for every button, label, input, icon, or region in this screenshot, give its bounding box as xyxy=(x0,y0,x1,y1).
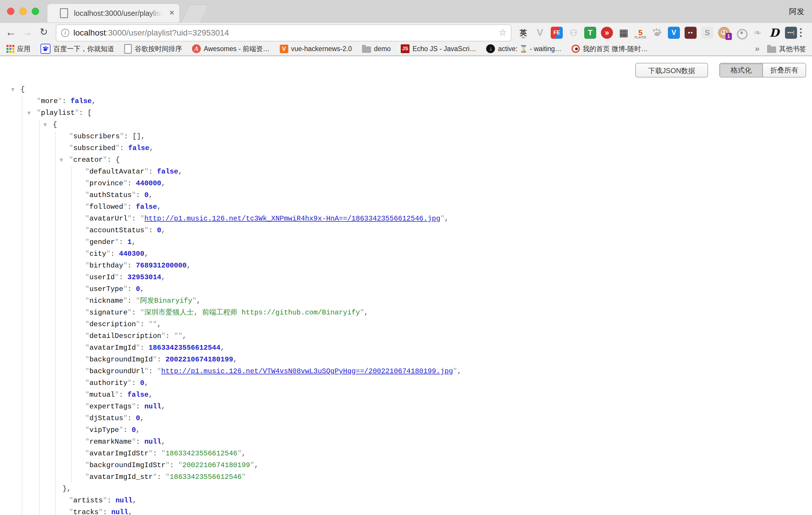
window-zoom-button[interactable] xyxy=(32,8,39,15)
overflow-menu-icon[interactable] xyxy=(795,26,807,39)
d-extension-icon[interactable]: D xyxy=(768,27,780,39)
page-content: 下载JSON数据 格式化 折叠所有 ▼{"more": false,▼"play… xyxy=(0,56,812,515)
window-close-button[interactable] xyxy=(7,8,14,15)
back-button[interactable]: ← xyxy=(3,23,18,42)
json-line: "remarkName": null, xyxy=(0,436,812,448)
json-value: 768931200000 xyxy=(136,262,187,269)
json-line: ▼{ xyxy=(0,119,812,131)
url-bar[interactable]: i localhost:3000/user/playlist?uid=32953… xyxy=(56,24,512,41)
tampermonkey-extension-icon[interactable]: T xyxy=(584,27,596,39)
collapse-all-button[interactable]: 折叠所有 xyxy=(763,63,806,77)
qrcode-extension-icon[interactable]: ▦ xyxy=(618,27,630,39)
bookmark-weibo-home[interactable]: 我的首页 微博-随时… xyxy=(572,44,647,53)
bookmark-echo-js[interactable]: JSEcho JS - JavaScri… xyxy=(401,44,476,53)
page-favicon-icon xyxy=(60,8,68,18)
bookmark-label: 我的首页 微博-随时… xyxy=(583,44,647,53)
json-key: tracks xyxy=(73,508,98,515)
reload-button[interactable]: ↻ xyxy=(36,23,51,42)
profile-name[interactable]: 阿发 xyxy=(789,0,804,23)
json-line: "followed": false, xyxy=(0,201,812,213)
json-line: "birthday": 768931200000, xyxy=(0,260,812,271)
vimium-extension-icon[interactable]: V xyxy=(668,27,680,39)
bookmark-label: 百度一下，你就知道 xyxy=(53,44,114,53)
json-key: subscribers xyxy=(73,133,119,140)
json-line: "city": 440300, xyxy=(0,248,812,260)
json-value: 1 xyxy=(127,238,132,246)
json-line: "backgroundImgId": 2002210674180199, xyxy=(0,354,812,366)
json-key: followed xyxy=(89,203,123,211)
json-url-link[interactable]: http://p1.music.126.net/tc3Wk_XNPmwiR4hx… xyxy=(144,214,440,223)
collapse-toggle-icon[interactable]: ▼ xyxy=(44,119,47,131)
site-info-icon[interactable]: i xyxy=(61,29,69,37)
sitemap-extension-icon[interactable]: ⚇ xyxy=(568,27,580,39)
translate-extension-icon[interactable]: 英en xyxy=(517,27,529,39)
json-key: vipType xyxy=(89,426,119,434)
vue-devtools-extension-icon[interactable]: V xyxy=(534,27,546,39)
json-line: "userId": 32953014, xyxy=(0,271,812,283)
url-host: localhost xyxy=(74,28,106,37)
window-minimize-button[interactable] xyxy=(19,8,27,15)
bookmark-apps[interactable]: 应用 xyxy=(6,44,31,53)
other-bookmarks[interactable]: 其他书签 xyxy=(767,44,806,53)
bookmark-label: active: ⌛ - waiting… xyxy=(498,45,561,53)
forward-button: → xyxy=(19,23,34,42)
url-path: :3000/user/playlist?uid=32953014 xyxy=(106,28,229,37)
json-key: expertTags xyxy=(89,403,132,410)
json-value: 0 xyxy=(136,414,140,422)
json-line: "more": false, xyxy=(0,95,812,107)
bookmark-baidu[interactable]: 百度一下，你就知道 xyxy=(40,44,114,54)
bookmarks-overflow-chevron[interactable]: » xyxy=(755,44,759,53)
json-value: 2002210674180199 xyxy=(166,355,233,364)
json-line: "artists": null, xyxy=(0,495,812,507)
collapse-toggle-icon[interactable]: ▼ xyxy=(11,84,15,95)
json-line: "defaultAvatar": false, xyxy=(0,166,812,178)
json-line: "gender": 1, xyxy=(0,236,812,248)
view-mode-segmented-control: 格式化 折叠所有 xyxy=(719,63,806,78)
json-line: "backgroundImgIdStr": "2002210674180199"… xyxy=(0,459,812,471)
bookmark-awesomes[interactable]: AAwesomes - 前端资… xyxy=(192,44,270,53)
json-line: "subscribed": false, xyxy=(0,142,812,154)
extensions-container: 英enVFE⚇T»▦5PLAYERV••S1❧D•••| xyxy=(517,23,797,42)
json-key: backgroundUrl xyxy=(89,367,144,375)
bookmark-star-icon[interactable]: ☆ xyxy=(498,25,507,41)
new-tab-button[interactable] xyxy=(181,5,209,23)
json-line: "tracks": null, xyxy=(0,507,812,515)
bookmark-google-sort[interactable]: 谷歌按时间排序 xyxy=(124,44,182,54)
json-value: false xyxy=(157,168,178,176)
bird-extension-icon[interactable]: ❧ xyxy=(752,27,763,39)
bookmark-active-waiting[interactable]: ↓active: ⌛ - waiting… xyxy=(486,44,561,53)
json-key: avatarImgId xyxy=(89,344,136,352)
json-line: "userType": 0, xyxy=(0,283,812,295)
paw-extension-icon[interactable] xyxy=(651,27,663,39)
collapse-toggle-icon[interactable]: ▼ xyxy=(60,154,63,166)
weibo-extension-icon[interactable] xyxy=(735,27,747,39)
format-button[interactable]: 格式化 xyxy=(720,63,763,77)
collapse-toggle-icon[interactable]: ▼ xyxy=(27,107,31,119)
doc-icon xyxy=(124,44,132,54)
json-key: avatarUrl xyxy=(89,214,127,223)
fastforward-extension-icon[interactable]: » xyxy=(601,27,613,39)
bookmark-vue-hackernews[interactable]: Vvue-hackernews-2.0 xyxy=(280,45,352,53)
s-extension-icon[interactable]: S xyxy=(701,27,713,39)
json-line: ▼{ xyxy=(0,84,812,95)
bookmark-label: 谷歌按时间排序 xyxy=(135,44,182,53)
mask-extension-icon[interactable]: •• xyxy=(685,27,697,39)
json-value: null xyxy=(111,508,128,515)
tab-close-icon[interactable]: × xyxy=(169,3,174,23)
json-value: false xyxy=(128,144,149,152)
json-key: gender xyxy=(89,238,115,246)
html5-player-extension-icon[interactable]: 5PLAYER xyxy=(634,27,646,39)
download-json-button[interactable]: 下载JSON数据 xyxy=(635,63,708,78)
json-key: description xyxy=(89,320,136,328)
tab-strip: localhost:3000/user/playlist?u × 阿发 xyxy=(0,0,812,23)
json-key: djStatus xyxy=(89,414,123,422)
json-url-link[interactable]: http://p1.music.126.net/VTW4vsN08vwL3uSQ… xyxy=(161,367,453,375)
jsred-icon: JS xyxy=(401,44,409,53)
fe-helper-extension-icon[interactable]: FE xyxy=(551,27,563,39)
browser-tab[interactable]: localhost:3000/user/playlist?u × xyxy=(47,3,180,23)
url-text[interactable]: localhost:3000/user/playlist?uid=3295301… xyxy=(74,25,229,41)
bookmark-label: Awesomes - 前端资… xyxy=(204,44,270,53)
json-key: creator xyxy=(73,156,103,164)
monkey-extension-icon[interactable]: 1 xyxy=(718,27,730,39)
bookmark-demo[interactable]: demo xyxy=(362,45,391,53)
